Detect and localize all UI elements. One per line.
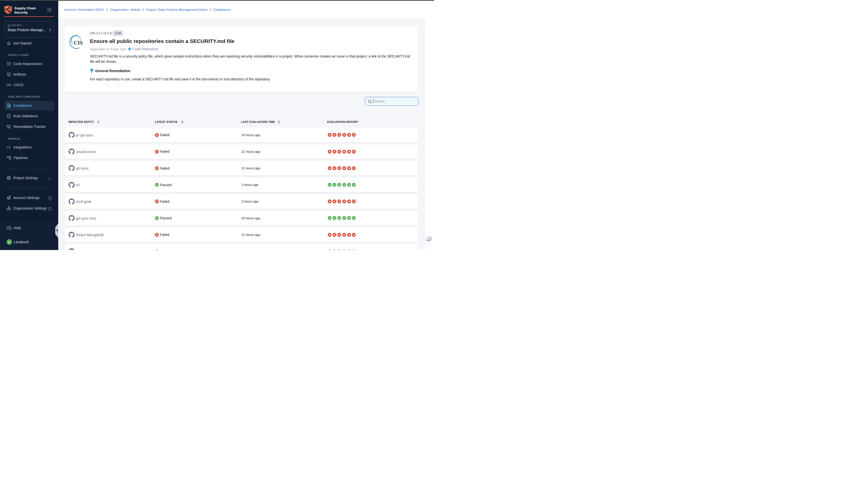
svg-text:CIS: CIS	[74, 40, 83, 46]
svg-text:?: ?	[8, 226, 9, 229]
